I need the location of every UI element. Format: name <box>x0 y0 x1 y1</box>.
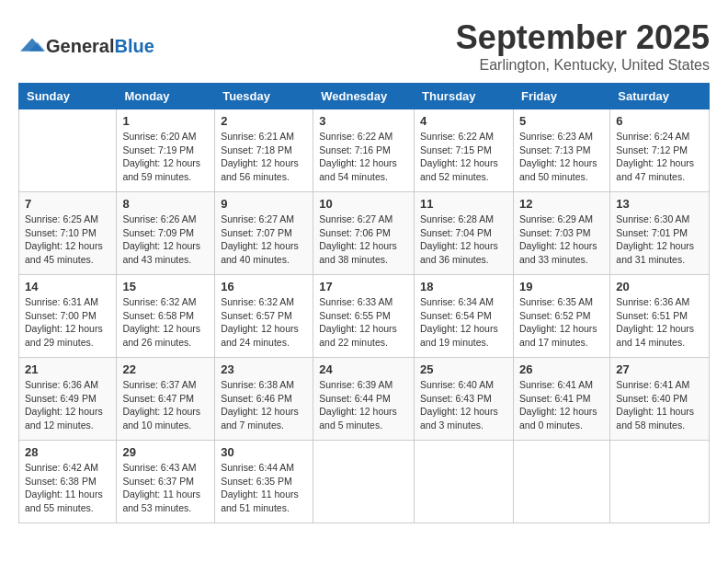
calendar-week-2: 14Sunrise: 6:31 AM Sunset: 7:00 PM Dayli… <box>19 275 710 358</box>
day-number: 27 <box>616 362 703 376</box>
day-number: 9 <box>221 197 307 211</box>
day-number: 14 <box>25 280 110 293</box>
day-info: Sunrise: 6:42 AM Sunset: 6:38 PM Dayligh… <box>25 461 110 515</box>
title-area: September 2025 Earlington, Kentucky, Uni… <box>456 18 710 74</box>
calendar-cell: 20Sunrise: 6:36 AM Sunset: 6:51 PM Dayli… <box>610 275 710 358</box>
day-info: Sunrise: 6:32 AM Sunset: 6:57 PM Dayligh… <box>221 295 307 350</box>
day-number: 4 <box>420 114 507 128</box>
day-number: 15 <box>122 280 209 293</box>
calendar-cell: 4Sunrise: 6:22 AM Sunset: 7:15 PM Daylig… <box>415 109 514 192</box>
day-number: 22 <box>122 362 209 376</box>
logo-blue: Blue <box>114 36 154 57</box>
calendar-table: SundayMondayTuesdayWednesdayThursdayFrid… <box>18 83 710 523</box>
calendar-wrapper: SundayMondayTuesdayWednesdayThursdayFrid… <box>9 78 719 533</box>
day-info: Sunrise: 6:23 AM Sunset: 7:13 PM Dayligh… <box>519 130 604 184</box>
column-header-wednesday: Wednesday <box>313 84 415 109</box>
calendar-cell: 24Sunrise: 6:39 AM Sunset: 6:44 PM Dayli… <box>313 358 415 441</box>
calendar-cell: 23Sunrise: 6:38 AM Sunset: 6:46 PM Dayli… <box>215 358 313 441</box>
day-number: 6 <box>616 114 703 128</box>
day-number: 30 <box>221 445 307 459</box>
logo-icon <box>18 37 46 55</box>
day-info: Sunrise: 6:31 AM Sunset: 7:00 PM Dayligh… <box>25 295 110 350</box>
day-number: 24 <box>319 362 408 376</box>
logo-general: General <box>46 36 114 57</box>
calendar-cell: 5Sunrise: 6:23 AM Sunset: 7:13 PM Daylig… <box>513 109 609 192</box>
calendar-cell <box>415 441 514 523</box>
day-number: 28 <box>25 445 110 459</box>
day-number: 10 <box>319 197 408 211</box>
day-number: 3 <box>319 114 408 128</box>
column-header-sunday: Sunday <box>19 84 117 109</box>
calendar-cell: 10Sunrise: 6:27 AM Sunset: 7:06 PM Dayli… <box>313 192 415 275</box>
calendar-cell: 18Sunrise: 6:34 AM Sunset: 6:54 PM Dayli… <box>415 275 514 358</box>
day-info: Sunrise: 6:32 AM Sunset: 6:58 PM Dayligh… <box>122 295 209 350</box>
day-info: Sunrise: 6:27 AM Sunset: 7:07 PM Dayligh… <box>221 213 307 267</box>
day-info: Sunrise: 6:26 AM Sunset: 7:09 PM Dayligh… <box>122 213 209 267</box>
day-info: Sunrise: 6:28 AM Sunset: 7:04 PM Dayligh… <box>420 213 507 267</box>
calendar-cell: 29Sunrise: 6:43 AM Sunset: 6:37 PM Dayli… <box>117 441 215 523</box>
month-title: September 2025 <box>456 18 710 57</box>
calendar-cell: 15Sunrise: 6:32 AM Sunset: 6:58 PM Dayli… <box>117 275 215 358</box>
day-info: Sunrise: 6:40 AM Sunset: 6:43 PM Dayligh… <box>420 378 507 432</box>
day-number: 11 <box>420 197 507 211</box>
day-number: 13 <box>616 197 703 211</box>
day-number: 2 <box>221 114 307 128</box>
calendar-cell: 27Sunrise: 6:41 AM Sunset: 6:40 PM Dayli… <box>610 358 710 441</box>
calendar-cell: 6Sunrise: 6:24 AM Sunset: 7:12 PM Daylig… <box>610 109 710 192</box>
calendar-cell: 9Sunrise: 6:27 AM Sunset: 7:07 PM Daylig… <box>215 192 313 275</box>
day-info: Sunrise: 6:30 AM Sunset: 7:01 PM Dayligh… <box>616 213 703 267</box>
day-number: 21 <box>25 362 110 376</box>
location-title: Earlington, Kentucky, United States <box>456 57 710 74</box>
column-header-tuesday: Tuesday <box>215 84 313 109</box>
day-number: 19 <box>519 280 604 293</box>
day-info: Sunrise: 6:36 AM Sunset: 6:51 PM Dayligh… <box>616 295 703 350</box>
day-info: Sunrise: 6:41 AM Sunset: 6:41 PM Dayligh… <box>519 378 604 432</box>
day-number: 29 <box>122 445 209 459</box>
day-number: 8 <box>122 197 209 211</box>
header: General Blue September 2025 Earlington, … <box>9 9 719 78</box>
column-header-saturday: Saturday <box>610 84 710 109</box>
calendar-cell: 13Sunrise: 6:30 AM Sunset: 7:01 PM Dayli… <box>610 192 710 275</box>
calendar-cell: 21Sunrise: 6:36 AM Sunset: 6:49 PM Dayli… <box>19 358 117 441</box>
calendar-cell: 30Sunrise: 6:44 AM Sunset: 6:35 PM Dayli… <box>215 441 313 523</box>
day-info: Sunrise: 6:20 AM Sunset: 7:19 PM Dayligh… <box>122 130 209 184</box>
calendar-week-4: 28Sunrise: 6:42 AM Sunset: 6:38 PM Dayli… <box>19 441 710 523</box>
calendar-cell: 22Sunrise: 6:37 AM Sunset: 6:47 PM Dayli… <box>117 358 215 441</box>
calendar-cell: 26Sunrise: 6:41 AM Sunset: 6:41 PM Dayli… <box>513 358 609 441</box>
day-info: Sunrise: 6:27 AM Sunset: 7:06 PM Dayligh… <box>319 213 408 267</box>
calendar-week-0: 1Sunrise: 6:20 AM Sunset: 7:19 PM Daylig… <box>19 109 710 192</box>
day-info: Sunrise: 6:24 AM Sunset: 7:12 PM Dayligh… <box>616 130 703 184</box>
calendar-cell: 28Sunrise: 6:42 AM Sunset: 6:38 PM Dayli… <box>19 441 117 523</box>
day-number: 23 <box>221 362 307 376</box>
column-header-thursday: Thursday <box>415 84 514 109</box>
calendar-week-1: 7Sunrise: 6:25 AM Sunset: 7:10 PM Daylig… <box>19 192 710 275</box>
calendar-cell <box>513 441 609 523</box>
calendar-cell: 8Sunrise: 6:26 AM Sunset: 7:09 PM Daylig… <box>117 192 215 275</box>
day-number: 16 <box>221 280 307 293</box>
calendar-cell: 19Sunrise: 6:35 AM Sunset: 6:52 PM Dayli… <box>513 275 609 358</box>
logo: General Blue <box>18 36 154 57</box>
day-info: Sunrise: 6:36 AM Sunset: 6:49 PM Dayligh… <box>25 378 110 432</box>
day-info: Sunrise: 6:33 AM Sunset: 6:55 PM Dayligh… <box>319 295 408 350</box>
day-info: Sunrise: 6:21 AM Sunset: 7:18 PM Dayligh… <box>221 130 307 184</box>
day-info: Sunrise: 6:41 AM Sunset: 6:40 PM Dayligh… <box>616 378 703 432</box>
calendar-cell <box>313 441 415 523</box>
day-info: Sunrise: 6:25 AM Sunset: 7:10 PM Dayligh… <box>25 213 110 267</box>
calendar-cell: 2Sunrise: 6:21 AM Sunset: 7:18 PM Daylig… <box>215 109 313 192</box>
calendar-cell: 14Sunrise: 6:31 AM Sunset: 7:00 PM Dayli… <box>19 275 117 358</box>
calendar-cell <box>19 109 117 192</box>
day-info: Sunrise: 6:39 AM Sunset: 6:44 PM Dayligh… <box>319 378 408 432</box>
calendar-header-row: SundayMondayTuesdayWednesdayThursdayFrid… <box>19 84 710 109</box>
calendar-cell: 1Sunrise: 6:20 AM Sunset: 7:19 PM Daylig… <box>117 109 215 192</box>
day-info: Sunrise: 6:44 AM Sunset: 6:35 PM Dayligh… <box>221 461 307 515</box>
calendar-cell: 11Sunrise: 6:28 AM Sunset: 7:04 PM Dayli… <box>415 192 514 275</box>
day-number: 20 <box>616 280 703 293</box>
day-number: 17 <box>319 280 408 293</box>
calendar-cell: 3Sunrise: 6:22 AM Sunset: 7:16 PM Daylig… <box>313 109 415 192</box>
day-number: 12 <box>519 197 604 211</box>
calendar-cell: 16Sunrise: 6:32 AM Sunset: 6:57 PM Dayli… <box>215 275 313 358</box>
calendar-cell: 12Sunrise: 6:29 AM Sunset: 7:03 PM Dayli… <box>513 192 609 275</box>
column-header-friday: Friday <box>513 84 609 109</box>
day-info: Sunrise: 6:35 AM Sunset: 6:52 PM Dayligh… <box>519 295 604 350</box>
day-number: 5 <box>519 114 604 128</box>
